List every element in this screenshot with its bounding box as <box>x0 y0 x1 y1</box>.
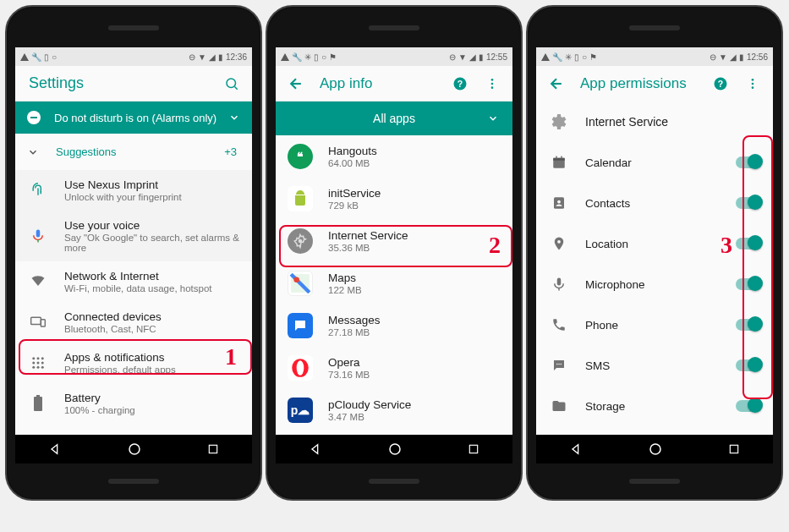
app-size: 3.47 MB <box>328 412 501 422</box>
recent-nav-icon[interactable] <box>207 443 219 455</box>
app-row[interactable]: Maps 122 MB <box>276 262 512 304</box>
signal-icon: ◢ <box>209 52 216 62</box>
overflow-icon[interactable] <box>744 75 761 92</box>
apps-icon <box>27 355 49 370</box>
home-nav-icon[interactable] <box>127 442 142 457</box>
recent-nav-icon[interactable] <box>468 443 479 455</box>
toggle-switch[interactable] <box>736 319 761 331</box>
svg-point-7 <box>37 357 40 359</box>
setting-item-display[interactable]: Display Wallpaper, sleep, font size <box>15 424 252 435</box>
wifi-icon: ▼ <box>198 52 206 62</box>
back-icon[interactable] <box>548 75 565 92</box>
dnd-banner[interactable]: Do not disturb is on (Alarms only) <box>15 101 252 134</box>
calendar-icon <box>548 155 570 170</box>
svg-point-10 <box>37 362 40 365</box>
permission-row-microphone[interactable]: Microphone <box>536 264 773 304</box>
permission-label: Storage <box>585 400 721 413</box>
permission-row-calendar[interactable]: Calendar <box>536 142 773 183</box>
app-row-internet[interactable]: Internet Service 35.36 MB <box>276 220 512 262</box>
home-nav-icon[interactable] <box>387 442 403 457</box>
wrench-icon: 🔧 <box>292 52 302 62</box>
back-nav-icon[interactable] <box>309 442 322 456</box>
suggestion-title: Use Nexus Imprint <box>64 178 240 191</box>
back-nav-icon[interactable] <box>48 442 62 456</box>
svg-rect-2 <box>36 230 41 238</box>
svg-point-41 <box>297 360 304 375</box>
permissions-list: Internet Service Calendar Contacts <box>536 101 773 435</box>
storage-icon <box>548 398 570 414</box>
svg-point-43 <box>390 444 400 454</box>
setting-item-apps[interactable]: Apps & notifications Permissions, defaul… <box>15 343 252 383</box>
suggestion-item[interactable]: Use your voice Say "Ok Google" to search… <box>15 211 252 261</box>
permission-row-contacts[interactable]: Contacts <box>536 183 773 223</box>
svg-point-8 <box>41 357 44 359</box>
dropdown-label: All apps <box>373 112 415 125</box>
setting-sub: Wi-Fi, mobile, data usage, hotspot <box>64 283 240 293</box>
svg-rect-44 <box>470 445 478 452</box>
warning-icon <box>20 53 29 61</box>
recent-nav-icon[interactable] <box>728 443 740 455</box>
warning-icon <box>281 53 289 61</box>
app-size: 729 kB <box>328 200 501 211</box>
app-row[interactable]: p☁ pCloudy Service 3.47 MB <box>276 389 512 431</box>
app-row[interactable]: Messages 27.18 MB <box>276 304 512 347</box>
permission-label: Calendar <box>585 156 721 169</box>
search-icon[interactable] <box>223 75 240 92</box>
overflow-icon[interactable] <box>484 75 501 92</box>
setting-sub: Permissions, default apps <box>64 365 240 375</box>
app-name-label: Internet Service <box>585 115 668 129</box>
toggle-switch[interactable] <box>736 359 761 371</box>
app-bar: App permissions ? <box>536 66 773 101</box>
home-nav-icon[interactable] <box>648 442 663 457</box>
app-size: 73.16 MB <box>328 370 501 380</box>
permission-row-location[interactable]: Location <box>536 223 773 264</box>
svg-point-27 <box>129 444 140 454</box>
help-icon[interactable]: ? <box>452 75 468 92</box>
svg-text:?: ? <box>458 78 463 88</box>
suggestions-header[interactable]: Suggestions +3 <box>15 134 252 170</box>
svg-point-9 <box>32 362 35 365</box>
svg-point-0 <box>227 79 236 88</box>
contacts-icon <box>548 195 570 211</box>
android-icon <box>288 186 313 211</box>
setting-title: Connected devices <box>64 310 240 323</box>
svg-rect-59 <box>557 278 562 286</box>
setting-title: Network & Internet <box>64 270 240 282</box>
setting-item-devices[interactable]: Connected devices Bluetooth, Cast, NFC <box>15 302 252 343</box>
permission-row-storage[interactable]: Storage <box>536 386 773 426</box>
suggestion-item[interactable]: Use Nexus Imprint Unlock with your finge… <box>15 170 252 211</box>
setting-item-battery[interactable]: Battery 100% - charging <box>15 383 252 424</box>
app-row[interactable]: ❝ Hangouts 64.00 MB <box>276 135 512 178</box>
toggle-switch[interactable] <box>736 278 761 290</box>
toggle-switch[interactable] <box>736 197 761 209</box>
screen: 🔧 ✳ ▯ ○ ⚑ ⊖ ▼ ◢ ▮ 12:55 App info ? <box>276 47 512 463</box>
status-bar: 🔧 ✳ ▯ ○ ⚑ ⊖ ▼ ◢ ▮ 12:55 <box>276 47 512 66</box>
fingerprint-icon <box>27 182 49 199</box>
toggle-switch[interactable] <box>736 400 761 412</box>
setting-item-network[interactable]: Network & Internet Wi-Fi, mobile, data u… <box>15 261 252 302</box>
svg-point-63 <box>561 364 562 365</box>
chevron-down-icon <box>487 112 499 124</box>
app-name: Maps <box>328 271 501 284</box>
toggle-switch[interactable] <box>736 156 761 168</box>
help-icon[interactable]: ? <box>712 75 729 92</box>
permission-row-phone[interactable]: Phone <box>536 304 773 345</box>
opera-icon <box>288 355 313 381</box>
app-row[interactable]: Opera 73.16 MB <box>276 347 512 389</box>
page-title: App permissions <box>580 75 697 92</box>
back-icon[interactable] <box>288 75 304 92</box>
toggle-switch[interactable] <box>736 238 761 250</box>
suggestions-label: Suggestions <box>56 145 117 158</box>
circle-icon: ○ <box>52 52 57 62</box>
svg-point-13 <box>37 366 40 369</box>
dnd-icon: ⊖ <box>189 52 195 62</box>
svg-point-32 <box>491 79 494 81</box>
dnd-minus-icon <box>27 111 41 124</box>
app-name: pCloudy Service <box>328 398 501 411</box>
app-row[interactable]: initService 729 kB <box>276 178 512 220</box>
suggestion-sub: Unlock with your fingerprint <box>64 192 240 202</box>
permission-row-sms[interactable]: SMS <box>536 345 773 386</box>
all-apps-dropdown[interactable]: All apps <box>276 101 512 135</box>
back-nav-icon[interactable] <box>569 442 583 456</box>
svg-point-11 <box>41 362 44 365</box>
